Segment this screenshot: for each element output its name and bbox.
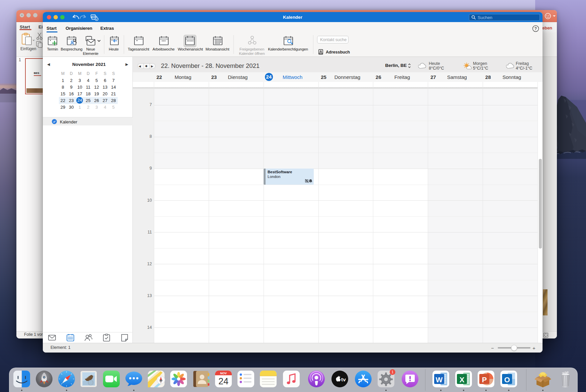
svg-text:3D: 3D [160,379,163,382]
svg-text:tv: tv [341,377,346,382]
svg-text:W: W [436,376,443,384]
svg-text:P: P [482,376,487,384]
svg-text:O: O [504,376,510,384]
svg-text:?: ? [534,26,537,31]
svg-text:24: 24 [218,376,228,386]
svg-text:X: X [460,376,465,384]
svg-text:NOV: NOV [220,372,227,375]
